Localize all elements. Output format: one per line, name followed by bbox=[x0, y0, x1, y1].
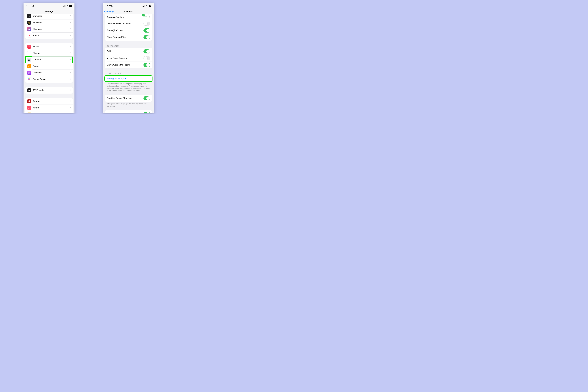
settings-row-game-center[interactable]: Game Center bbox=[25, 76, 73, 82]
row-label: TV Provider bbox=[33, 89, 70, 92]
settings-row-compass[interactable]: ✴︎ Compass bbox=[25, 14, 73, 19]
row-label: View Outside the Frame bbox=[106, 64, 144, 66]
chevron-right-icon bbox=[70, 15, 71, 17]
camera-group-faster-shooting: Prioritise Faster Shooting bbox=[105, 95, 152, 102]
navbar: Settings bbox=[24, 8, 74, 14]
row-label: Show Detected Text bbox=[106, 36, 144, 38]
row-label: Acrobat bbox=[33, 100, 70, 102]
chevron-right-icon bbox=[70, 58, 71, 61]
camera-group-general: Preserve Settings Use Volume Up for Burs… bbox=[105, 14, 152, 41]
tv-provider-icon: ▣ bbox=[27, 88, 31, 92]
row-mirror-front[interactable]: Mirror Front Camera bbox=[105, 55, 152, 62]
toggle-volume-burst[interactable] bbox=[144, 22, 150, 26]
settings-row-measure[interactable]: 📏 Measure bbox=[25, 19, 73, 26]
row-label: Measure bbox=[33, 21, 70, 24]
row-preserve-settings[interactable]: Preserve Settings bbox=[105, 14, 152, 20]
battery-badge: 91 bbox=[148, 5, 151, 7]
settings-list[interactable]: ✴︎ Compass 📏 Measure ◆ Shortcuts ♥ Healt… bbox=[24, 14, 74, 113]
row-label: Books bbox=[33, 65, 70, 68]
row-label: Lens Correction bbox=[106, 112, 144, 113]
page-title: Settings bbox=[44, 10, 53, 13]
settings-group-tv: ▣ TV Provider bbox=[25, 87, 73, 94]
settings-row-acrobat[interactable]: A Acrobat bbox=[25, 98, 73, 104]
chevron-right-icon bbox=[70, 52, 71, 54]
status-bar: 12:27 91 bbox=[24, 3, 74, 8]
toggle-detected-text[interactable] bbox=[144, 35, 150, 39]
toggle-faster-shooting[interactable] bbox=[144, 96, 150, 100]
camera-settings-list[interactable]: Preserve Settings Use Volume Up for Burs… bbox=[103, 14, 154, 113]
acrobat-icon: A bbox=[27, 99, 31, 103]
footer-photographic-styles: Personalise the look of your photos by b… bbox=[107, 82, 150, 92]
phone-settings: 12:27 91 Settings ✴︎ Compass 📏 Measure bbox=[24, 3, 74, 113]
shortcuts-icon: ◆ bbox=[27, 27, 31, 31]
settings-row-podcasts[interactable]: ◉ Podcasts bbox=[25, 70, 73, 76]
toggle-grid[interactable] bbox=[144, 49, 150, 54]
wifi-icon bbox=[66, 5, 68, 6]
row-label: Health bbox=[33, 34, 70, 37]
chevron-right-icon bbox=[70, 72, 71, 74]
row-label: Game Center bbox=[33, 78, 70, 80]
row-label: Photos bbox=[33, 52, 70, 54]
measure-icon: 📏 bbox=[27, 21, 31, 24]
chevron-right-icon bbox=[70, 65, 71, 68]
cellular-icon bbox=[142, 5, 145, 7]
music-icon: ♪ bbox=[27, 45, 31, 48]
compass-icon: ✴︎ bbox=[27, 14, 31, 18]
row-photographic-styles[interactable]: Photographic Styles bbox=[105, 76, 152, 82]
phone-camera-settings: 12:28 91 Settings Camera Preserve Settin… bbox=[103, 3, 154, 113]
back-button[interactable]: Settings bbox=[104, 10, 114, 13]
books-icon: ▭ bbox=[27, 64, 31, 68]
settings-row-shortcuts[interactable]: ◆ Shortcuts bbox=[25, 26, 73, 32]
page-title: Camera bbox=[124, 10, 132, 13]
scrollbar[interactable] bbox=[74, 15, 74, 52]
row-label: Mirror Front Camera bbox=[106, 57, 144, 60]
section-header-photo-capture: Photo Capture bbox=[107, 73, 150, 75]
row-scan-qr[interactable]: Scan QR Codes bbox=[105, 27, 152, 34]
svg-point-3 bbox=[29, 79, 30, 80]
settings-row-books[interactable]: ▭ Books bbox=[25, 63, 73, 70]
settings-group-media-apps: ♪ Music ✿ Photos 📷 Camera ▭ Books ◉ bbox=[25, 44, 73, 82]
row-detected-text[interactable]: Show Detected Text bbox=[105, 34, 152, 41]
amazon-icon: ⌣ bbox=[27, 112, 31, 113]
row-faster-shooting[interactable]: Prioritise Faster Shooting bbox=[105, 95, 152, 102]
row-label: Preserve Settings bbox=[106, 16, 149, 19]
home-indicator[interactable] bbox=[119, 112, 138, 112]
settings-group-third-party: A Acrobat ◬ Airbnb ⌣ Amazon alexa Amazon… bbox=[25, 98, 73, 113]
podcasts-icon: ◉ bbox=[27, 71, 31, 75]
photos-icon: ✿ bbox=[27, 51, 31, 55]
camera-group-composition: Grid Mirror Front Camera View Outside th… bbox=[105, 48, 152, 68]
row-label: Podcasts bbox=[33, 72, 70, 74]
row-label: Music bbox=[33, 45, 70, 48]
row-label: Compass bbox=[33, 15, 70, 18]
settings-row-music[interactable]: ♪ Music bbox=[25, 44, 73, 50]
toggle-view-outside-frame[interactable] bbox=[144, 63, 150, 67]
health-icon: ♥ bbox=[27, 34, 31, 38]
status-bar: 12:28 91 bbox=[103, 3, 154, 8]
toggle-scan-qr[interactable] bbox=[144, 28, 150, 32]
row-volume-burst[interactable]: Use Volume Up for Burst bbox=[105, 20, 152, 27]
toggle-mirror-front[interactable] bbox=[144, 56, 150, 60]
chevron-left-icon bbox=[104, 10, 106, 13]
row-grid[interactable]: Grid bbox=[105, 48, 152, 55]
chevron-right-icon bbox=[70, 100, 71, 102]
sim-card-icon bbox=[112, 5, 113, 7]
section-header-composition: Composition bbox=[107, 45, 150, 47]
settings-row-camera[interactable]: 📷 Camera bbox=[25, 56, 73, 63]
chevron-right-icon bbox=[70, 78, 71, 80]
row-label: Prioritise Faster Shooting bbox=[106, 97, 144, 100]
settings-row-photos[interactable]: ✿ Photos bbox=[25, 50, 73, 56]
footer-faster-shooting: Intelligently adapt image quality when r… bbox=[107, 103, 150, 107]
settings-row-tv-provider[interactable]: ▣ TV Provider bbox=[25, 87, 73, 94]
home-indicator[interactable] bbox=[40, 112, 58, 112]
settings-row-health[interactable]: ♥ Health bbox=[25, 32, 73, 39]
chevron-right-icon bbox=[70, 106, 71, 109]
row-label: Shortcuts bbox=[33, 28, 70, 30]
settings-row-airbnb[interactable]: ◬ Airbnb bbox=[25, 104, 73, 111]
row-label: Amazon bbox=[33, 113, 70, 113]
row-view-outside-frame[interactable]: View Outside the Frame bbox=[105, 62, 152, 68]
chevron-right-icon bbox=[70, 46, 71, 48]
chevron-right-icon bbox=[70, 22, 71, 24]
settings-group-system-apps: ✴︎ Compass 📏 Measure ◆ Shortcuts ♥ Healt… bbox=[25, 14, 73, 39]
toggle-lens-correction[interactable] bbox=[144, 112, 150, 113]
chevron-right-icon bbox=[70, 89, 71, 92]
